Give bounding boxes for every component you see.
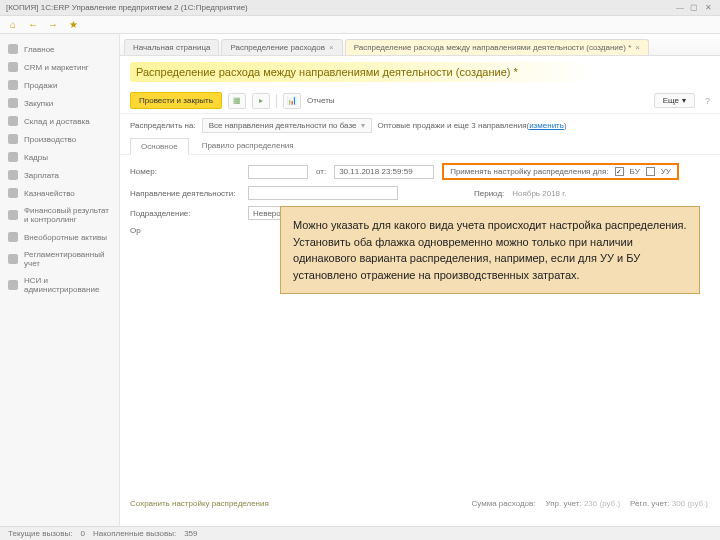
home-icon[interactable]: ⌂ (6, 18, 20, 32)
help-icon[interactable]: ? (705, 96, 710, 106)
save-icon[interactable]: ▦ (228, 93, 246, 109)
window-title: [КОПИЯ] 1С:ERP Управление предприятием 2… (6, 3, 248, 12)
sidebar-item-assets[interactable]: Внеоборотные активы (0, 228, 119, 246)
sidebar-item-crm[interactable]: CRM и маркетинг (0, 58, 119, 76)
direction-input[interactable] (248, 186, 398, 200)
reports-label[interactable]: Отчеты (307, 96, 335, 105)
filter-value[interactable]: Все направления деятельности по базе ▾ (202, 118, 372, 133)
subtab-main[interactable]: Основное (130, 138, 189, 155)
maximize-icon[interactable]: ▢ (688, 3, 700, 13)
subtab-rule[interactable]: Правило распределения (191, 137, 305, 154)
period-label: Период: (474, 189, 504, 198)
sidebar-item-main[interactable]: Главное (0, 40, 119, 58)
sidebar-icon (8, 210, 18, 220)
help-callout: Можно указать для какого вида учета прои… (280, 206, 700, 294)
sidebar-item-production[interactable]: Производство (0, 130, 119, 148)
dept-label: Подразделение: (130, 209, 240, 218)
sidebar-item-sales[interactable]: Продажи (0, 76, 119, 94)
status-acc-value: 359 (184, 529, 197, 538)
minimize-icon[interactable]: — (674, 3, 686, 13)
post-icon[interactable]: ▸ (252, 93, 270, 109)
forward-icon[interactable]: → (46, 18, 60, 32)
chevron-down-icon: ▾ (682, 96, 686, 105)
titlebar: [КОПИЯ] 1С:ERP Управление предприятием 2… (0, 0, 720, 16)
status-current-label: Текущие вызовы: (8, 529, 72, 538)
clear-icon[interactable]: ▾ (361, 121, 365, 130)
date-input[interactable]: 30.11.2018 23:59:59 (334, 165, 434, 179)
tab-expense-dist[interactable]: Распределение расходов× (221, 39, 342, 55)
sidebar-item-hr[interactable]: Кадры (0, 148, 119, 166)
from-label: от: (316, 167, 326, 176)
uu-label: УУ (661, 167, 671, 176)
sidebar-icon (8, 116, 18, 126)
sub-tabs: Основное Правило распределения (120, 137, 720, 155)
star-icon[interactable]: ★ (66, 18, 80, 32)
action-bar: Провести и закрыть ▦ ▸ 📊 Отчеты Еще▾ ? (120, 88, 720, 114)
tabs-bar: Начальная страница Распределение расходо… (120, 34, 720, 56)
sidebar-item-finance[interactable]: Финансовый результат и контроллинг (0, 202, 119, 228)
sidebar-icon (8, 134, 18, 144)
sidebar-icon (8, 232, 18, 242)
sidebar-icon (8, 62, 18, 72)
edit-link[interactable]: изменить (529, 121, 564, 130)
save-settings-link[interactable]: Сохранить настройку распределения (130, 499, 269, 508)
bu-label: БУ (630, 167, 640, 176)
org-label: Ор (130, 226, 240, 235)
sidebar-icon (8, 98, 18, 108)
period-value: Ноябрь 2018 г. (512, 189, 566, 198)
sidebar-item-warehouse[interactable]: Склад и доставка (0, 112, 119, 130)
sidebar-item-admin[interactable]: НСИ и администрирование (0, 272, 119, 298)
sidebar-item-salary[interactable]: Зарплата (0, 166, 119, 184)
sidebar-icon (8, 80, 18, 90)
footer-summary: Сумма расходов: Упр. учет: 236 (руб.) Ре… (471, 499, 708, 508)
direction-label: Направление деятельности: (130, 189, 240, 198)
sidebar-icon (8, 170, 18, 180)
number-label: Номер: (130, 167, 240, 176)
more-button[interactable]: Еще▾ (654, 93, 695, 108)
apply-settings-box: Применять настройку распределения для: Б… (442, 163, 679, 180)
checkbox-uu[interactable] (646, 167, 655, 176)
tab-close-icon[interactable]: × (635, 43, 640, 52)
filter-row: Распределить на: Все направления деятель… (120, 114, 720, 137)
sidebar-icon (8, 254, 18, 264)
sidebar-item-treasury[interactable]: Казначейство (0, 184, 119, 202)
status-current-value: 0 (80, 529, 84, 538)
reports-button[interactable]: 📊 (283, 93, 301, 109)
sidebar-item-purchases[interactable]: Закупки (0, 94, 119, 112)
app-toolbar: ⌂ ← → ★ (0, 16, 720, 34)
back-icon[interactable]: ← (26, 18, 40, 32)
sidebar-item-reg-accounting[interactable]: Регламентированный учет (0, 246, 119, 272)
apply-label: Применять настройку распределения для: (450, 167, 608, 176)
sidebar-icon (8, 280, 18, 290)
checkbox-bu[interactable] (615, 167, 624, 176)
sidebar: 1C Главное CRM и маркетинг Продажи Закуп… (0, 34, 120, 526)
number-input[interactable] (248, 165, 308, 179)
filter-label: Распределить на: (130, 121, 196, 130)
sidebar-icon (8, 152, 18, 162)
post-close-button[interactable]: Провести и закрыть (130, 92, 222, 109)
tab-create[interactable]: Распределение расхода между направлениям… (345, 39, 649, 55)
sidebar-icon (8, 188, 18, 198)
filter-summary: Оптовые продажи и еще 3 направления(изме… (378, 121, 567, 130)
sidebar-icon (8, 44, 18, 54)
close-icon[interactable]: ✕ (702, 3, 714, 13)
tab-home[interactable]: Начальная страница (124, 39, 219, 55)
tab-close-icon[interactable]: × (329, 43, 334, 52)
statusbar: Текущие вызовы: 0 Накопленные вызовы: 35… (0, 526, 720, 540)
status-acc-label: Накопленные вызовы: (93, 529, 176, 538)
page-title: Распределение расхода между направлениям… (130, 62, 710, 82)
content-area: Начальная страница Распределение расходо… (120, 34, 720, 526)
